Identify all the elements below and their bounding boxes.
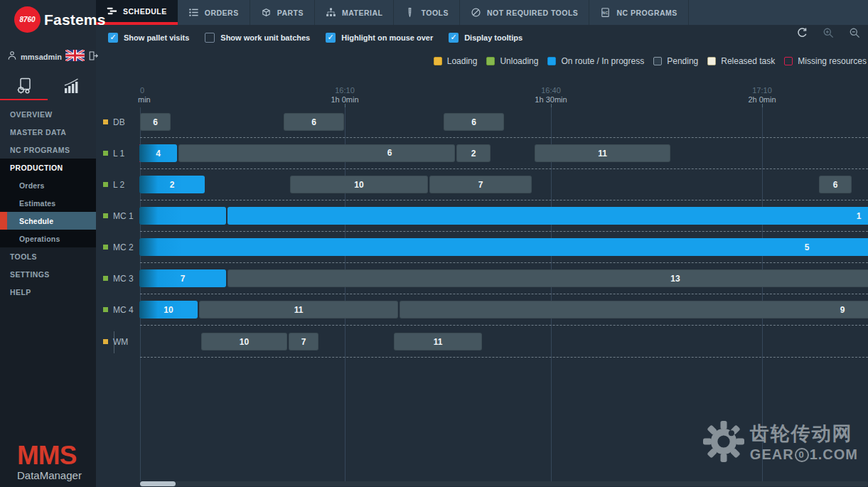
- tab-schedule[interactable]: SCHEDULE: [96, 0, 178, 25]
- gantt-bar[interactable]: 5: [139, 238, 868, 256]
- checkbox-box[interactable]: ✓: [326, 33, 336, 43]
- axis-duration-label: 1h 30min: [535, 95, 567, 104]
- row-name: DB: [113, 117, 125, 127]
- row-name: WM: [113, 337, 128, 347]
- legend-item-pending: Pending: [653, 56, 698, 66]
- sidebar-item-settings[interactable]: SETTINGS: [0, 265, 96, 283]
- gantt-bar[interactable]: 9: [400, 301, 868, 319]
- bar-label: 11: [294, 305, 304, 315]
- bar-label: 7: [301, 337, 306, 347]
- tab-orders[interactable]: ORDERS: [178, 0, 250, 25]
- legend-item-unloading: Unloading: [486, 56, 538, 66]
- row-status-marker: [103, 339, 108, 344]
- tab-not-required-tools[interactable]: NOT REQUIRED TOOLS: [460, 0, 589, 25]
- tab-label: NOT REQUIRED TOOLS: [487, 9, 578, 17]
- user-row: mmsadmin: [7, 50, 99, 64]
- horizontal-scrollbar-handle[interactable]: [140, 481, 176, 486]
- gantt-bar[interactable]: 1: [227, 207, 868, 225]
- gantt-bar[interactable]: 6: [178, 144, 455, 162]
- gantt-bar[interactable]: 13: [227, 269, 868, 287]
- gantt-bar[interactable]: 2: [456, 144, 491, 162]
- checkbox-box[interactable]: [205, 33, 215, 43]
- not-required-tools-icon: [471, 7, 481, 18]
- bar-label: 6: [387, 144, 392, 162]
- gantt-bar[interactable]: 6: [819, 176, 852, 193]
- orders-icon: [188, 7, 199, 18]
- axis-time-label: 17:10: [752, 86, 772, 95]
- svg-text:NC: NC: [603, 11, 609, 15]
- horizontal-scrollbar-track[interactable]: [140, 481, 868, 486]
- fastems-logo: 8760 Fastems: [14, 6, 106, 33]
- sidebar-item-production[interactable]: PRODUCTION: [0, 159, 96, 176]
- gantt-bar[interactable]: 7: [429, 176, 532, 193]
- checkbox-highlight-on-mouse-over[interactable]: ✓Highlight on mouse over: [326, 33, 433, 43]
- zoom-in-icon[interactable]: [823, 27, 835, 39]
- legend-swatch: [547, 57, 556, 65]
- gantt-bar[interactable]: [139, 207, 226, 225]
- sidebar-item-nc-programs[interactable]: NC PROGRAMS: [0, 141, 96, 159]
- active-section-underline: [0, 99, 48, 100]
- gantt-bar[interactable]: 4: [139, 144, 177, 162]
- zoom-out-icon[interactable]: [849, 27, 861, 39]
- tab-tools[interactable]: TOOLS: [394, 0, 459, 25]
- gantt-bar[interactable]: 10: [139, 301, 198, 319]
- sidebar-item-overview[interactable]: OVERVIEW: [0, 105, 96, 123]
- axis-duration-label: 2h 0min: [748, 95, 776, 104]
- checkbox-display-tooltips[interactable]: ✓Display tooltips: [449, 33, 523, 43]
- row-label-mc-2: MC 2: [103, 238, 137, 256]
- legend-swatch: [486, 57, 495, 65]
- status-legend: LoadingUnloadingOn route / In progressPe…: [96, 56, 867, 66]
- language-flag-uk[interactable]: [65, 50, 85, 64]
- checkbox-label: Show work unit batches: [220, 33, 310, 42]
- sidebar-item-schedule[interactable]: Schedule: [0, 212, 96, 230]
- schedule-toolbar: ✓Show pallet visitsShow work unit batche…: [96, 25, 868, 50]
- tools-icon: [404, 7, 415, 18]
- checkbox-label: Show pallet visits: [124, 33, 189, 42]
- row-label-mc-1: MC 1: [103, 207, 137, 225]
- row-label-mc-4: MC 4: [103, 301, 137, 319]
- gear-watermark-icon: [703, 421, 744, 465]
- refresh-icon[interactable]: [796, 27, 808, 39]
- tab-material[interactable]: MATERIAL: [315, 0, 394, 25]
- sidebar-item-help[interactable]: HELP: [0, 283, 96, 301]
- bar-label: 6: [311, 117, 316, 127]
- reports-section-icon[interactable]: [48, 71, 95, 101]
- gantt-bar[interactable]: 11: [394, 333, 482, 350]
- gantt-bar[interactable]: 7: [139, 269, 226, 287]
- gantt-bar[interactable]: 6: [140, 113, 171, 131]
- row-status-marker: [103, 182, 108, 187]
- checkbox-box[interactable]: ✓: [449, 33, 459, 43]
- gantt-bar[interactable]: 10: [290, 176, 428, 193]
- gantt-bar[interactable]: 6: [284, 113, 344, 131]
- sidebar-item-tools[interactable]: TOOLS: [0, 247, 96, 265]
- gantt-bar[interactable]: 7: [289, 333, 318, 350]
- production-section-icon[interactable]: [0, 71, 48, 101]
- fastems-8760-badge: 8760: [14, 6, 41, 33]
- gantt-bar[interactable]: 11: [535, 144, 670, 162]
- sidebar-item-operations[interactable]: Operations: [0, 230, 96, 247]
- checkbox-show-work-unit-batches[interactable]: Show work unit batches: [205, 33, 310, 43]
- legend-label: Pending: [667, 56, 698, 66]
- sidebar-nav: OVERVIEWMASTER DATANC PROGRAMSPRODUCTION…: [0, 105, 96, 301]
- logout-icon[interactable]: [88, 50, 99, 64]
- checkbox-label: Highlight on mouse over: [341, 33, 433, 42]
- bar-label: 2: [471, 149, 476, 159]
- sidebar-item-orders[interactable]: Orders: [0, 176, 96, 194]
- gantt-bar[interactable]: 10: [201, 333, 287, 350]
- legend-label: Missing resources: [798, 56, 867, 66]
- checkbox-show-pallet-visits[interactable]: ✓Show pallet visits: [108, 33, 189, 43]
- bar-label: 11: [434, 337, 443, 347]
- tab-label: MATERIAL: [342, 9, 382, 17]
- gantt-bar[interactable]: 2: [139, 176, 205, 193]
- checkbox-box[interactable]: ✓: [108, 33, 118, 43]
- sidebar-item-estimates[interactable]: Estimates: [0, 194, 96, 212]
- row-name: L 2: [113, 180, 124, 190]
- row-name: MC 3: [113, 274, 134, 284]
- tab-nc-programs[interactable]: NCNC PROGRAMS: [589, 0, 688, 25]
- sidebar-item-master-data[interactable]: MASTER DATA: [0, 123, 96, 141]
- tab-parts[interactable]: PARTS: [250, 0, 315, 25]
- row-name: MC 1: [113, 211, 134, 221]
- gantt-bar[interactable]: 6: [444, 113, 504, 131]
- bar-label: 7: [181, 274, 186, 284]
- gantt-bar[interactable]: 11: [199, 301, 398, 319]
